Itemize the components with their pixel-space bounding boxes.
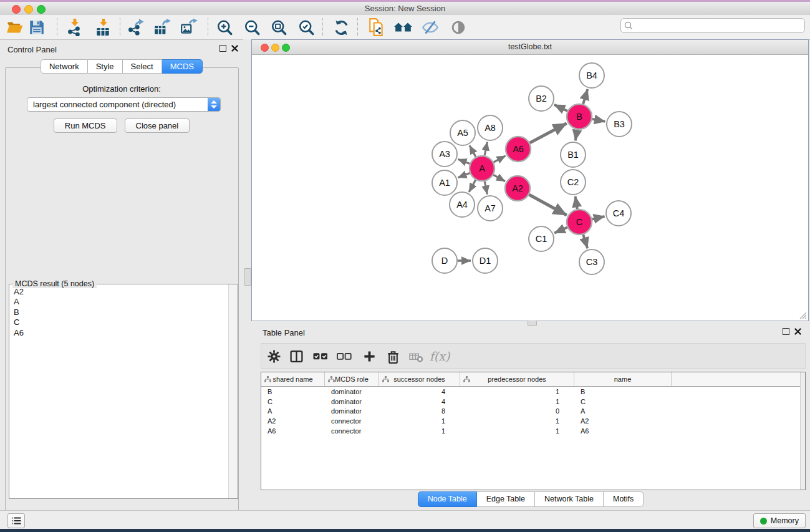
function-builder-button[interactable]: f(x) (431, 347, 448, 365)
graph-node-A8[interactable]: A8 (478, 115, 503, 140)
graph-node-B4[interactable]: B4 (579, 63, 604, 88)
graph-edge-A-A6[interactable] (494, 156, 506, 162)
graph-node-D[interactable]: D (432, 248, 457, 273)
zoom-selected-button[interactable] (296, 17, 316, 37)
graph-edge-A-A1[interactable] (458, 173, 470, 178)
resize-grip-icon[interactable] (799, 311, 807, 319)
zoom-fit-button[interactable] (269, 17, 289, 37)
refresh-button[interactable] (331, 17, 351, 37)
tab-network-table[interactable]: Network Table (535, 491, 604, 507)
graph-edge-A-A8[interactable] (485, 142, 487, 156)
column-header-predecessor-nodes[interactable]: predecessor nodes (460, 372, 574, 386)
table-row[interactable]: Bdominator41B (261, 387, 805, 397)
graph-edge-A-A3[interactable] (458, 159, 470, 163)
column-header-shared-name[interactable]: shared name (261, 372, 325, 386)
tab-network[interactable]: Network (41, 59, 88, 74)
result-list-item[interactable]: A (10, 297, 227, 307)
graph-edge-A-A2[interactable] (493, 175, 505, 181)
import-table-button[interactable] (93, 17, 113, 37)
tab-node-table[interactable]: Node Table (418, 491, 477, 507)
save-session-button[interactable] (27, 17, 47, 37)
graph-edge-A-A7[interactable] (485, 181, 487, 195)
graph-edge-A-A4[interactable] (469, 180, 476, 191)
column-header-name[interactable]: name (574, 372, 672, 386)
tab-motifs[interactable]: Motifs (604, 491, 644, 507)
float-panel-icon[interactable] (783, 328, 789, 335)
tab-mcds[interactable]: MCDS (162, 59, 203, 74)
memory-button[interactable]: Memory (753, 513, 806, 528)
search-field[interactable] (620, 18, 805, 33)
delete-table-button[interactable] (407, 347, 425, 365)
graph-edge-A2-C[interactable] (529, 195, 566, 215)
delete-column-button[interactable] (384, 347, 402, 365)
graph-node-C3[interactable]: C3 (579, 249, 604, 274)
search-input[interactable] (635, 19, 802, 32)
graph-node-D1[interactable]: D1 (473, 248, 498, 273)
graph-node-C[interactable]: C (567, 210, 592, 235)
table-row[interactable]: A6connector11A6 (261, 426, 805, 436)
graph-edge-C-C4[interactable] (592, 216, 604, 219)
add-column-button[interactable] (360, 347, 378, 365)
hide-panel-button[interactable] (420, 17, 440, 37)
deselect-all-button[interactable] (335, 347, 353, 365)
network-graph-canvas[interactable]: B4B2BB3A8A5A6A3B1AA1C2A2A4A7C4CC1DD1C3 (253, 55, 809, 323)
tab-select[interactable]: Select (123, 59, 162, 74)
optimization-criterion-dropdown[interactable]: largest connected component (directed) (27, 97, 221, 112)
graph-node-B3[interactable]: B3 (607, 112, 632, 137)
show-panel-button[interactable] (448, 17, 468, 37)
column-header-MCDS-role[interactable]: MCDS role (325, 372, 379, 386)
task-history-button[interactable] (7, 513, 25, 528)
graph-edge-B-B3[interactable] (592, 119, 605, 122)
graph-node-B1[interactable]: B1 (561, 142, 586, 167)
graph-edge-C-C3[interactable] (583, 235, 587, 248)
graph-node-A4[interactable]: A4 (450, 192, 475, 217)
table-row[interactable]: Cdominator41C (261, 397, 805, 407)
graph-node-A[interactable]: A (470, 156, 494, 181)
graph-node-A2[interactable]: A2 (505, 176, 530, 201)
table-scrollbar[interactable] (800, 372, 805, 490)
graph-edge-A6-B[interactable] (530, 123, 567, 143)
graph-node-B2[interactable]: B2 (529, 86, 554, 111)
open-session-button[interactable] (5, 17, 25, 37)
tab-style[interactable]: Style (88, 59, 123, 74)
table-settings-button[interactable] (265, 347, 282, 365)
graph-node-A7[interactable]: A7 (478, 196, 503, 221)
export-image-button[interactable] (179, 17, 199, 37)
graph-edge-B-B2[interactable] (554, 105, 567, 111)
divider-handle[interactable] (244, 268, 251, 286)
show-columns-button[interactable] (287, 347, 305, 365)
select-all-button[interactable] (312, 347, 329, 365)
tab-edge-table[interactable]: Edge Table (477, 491, 535, 507)
graph-node-A1[interactable]: A1 (432, 170, 457, 195)
duplicate-network-button[interactable] (367, 17, 387, 37)
result-list-item[interactable]: A2 (10, 287, 227, 297)
network-window-titlebar[interactable]: testGlobe.txt (252, 40, 808, 55)
table-row[interactable]: A2connector11A2 (261, 416, 805, 426)
float-panel-icon[interactable] (219, 45, 226, 52)
import-network-button[interactable] (64, 17, 84, 37)
run-mcds-button[interactable]: Run MCDS (54, 118, 117, 133)
table-row[interactable]: Adominator80A (261, 407, 805, 417)
graph-edge-B-B1[interactable] (576, 130, 577, 141)
graph-node-C4[interactable]: C4 (606, 201, 631, 226)
close-panel-button[interactable]: Close panel (125, 118, 190, 133)
graph-node-A3[interactable]: A3 (432, 142, 457, 167)
close-panel-icon[interactable] (794, 328, 801, 335)
column-header-successor-nodes[interactable]: successor nodes (379, 372, 460, 386)
graph-edge-C-C2[interactable] (576, 196, 577, 210)
graph-node-A6[interactable]: A6 (506, 137, 531, 162)
export-network-button[interactable] (125, 17, 145, 37)
result-list-item[interactable]: A6 (10, 328, 227, 338)
home-view-button[interactable] (393, 17, 413, 37)
export-table-button[interactable] (152, 17, 172, 37)
result-list-item[interactable]: C (10, 317, 227, 327)
result-list-scrollbar[interactable] (228, 284, 238, 498)
graph-node-C1[interactable]: C1 (529, 226, 554, 251)
graph-edge-C-C1[interactable] (554, 227, 567, 233)
graph-node-B[interactable]: B (567, 104, 592, 129)
mcds-result-list[interactable]: A2ABCA6 (10, 287, 227, 498)
graph-node-A5[interactable]: A5 (450, 120, 475, 145)
graph-edge-A-A5[interactable] (470, 145, 476, 157)
vertical-split-divider[interactable] (243, 39, 251, 510)
graph-node-C2[interactable]: C2 (561, 170, 586, 195)
